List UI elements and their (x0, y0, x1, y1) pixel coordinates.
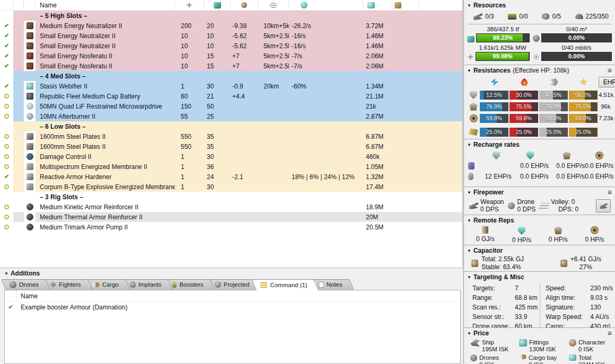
firepower-panel-header[interactable]: ▼ Firepower ≡ (467, 188, 613, 197)
fit-row[interactable]: ✔Small Energy Nosferatu II1015+75km+2.5k… (0, 51, 462, 61)
module-state-online-icon[interactable] (4, 134, 9, 139)
tab-boosters[interactable]: Boosters (168, 279, 215, 290)
module-state-online-icon[interactable] (4, 114, 9, 119)
fit-row[interactable]: Multispectrum Energized Membrane II1361.… (0, 162, 462, 172)
fit-row[interactable]: Medium Trimark Armor Pump II20.5M (0, 222, 462, 232)
targeting-stat-label: Range: (472, 293, 515, 303)
module-state-online-icon[interactable] (4, 154, 9, 159)
module-state-active-icon[interactable]: ✔ (4, 83, 9, 89)
menu-icon[interactable]: ≡ (608, 190, 612, 195)
tab-drones[interactable]: Drones (5, 279, 50, 290)
hardpoint-value: 0/5 (552, 13, 561, 20)
resist-bar: 25.0% (509, 128, 538, 137)
fit-row[interactable]: Damage Control II130460k (0, 152, 462, 162)
weapon-toggle-button[interactable] (596, 199, 611, 212)
fitting-tool-window: Name – 5 High Slots –✔Medium Energy Neut… (0, 0, 615, 364)
module-state-active-icon[interactable]: ✔ (4, 23, 9, 29)
additions-name-column-header[interactable]: Name (16, 292, 38, 300)
fit-row[interactable]: ✔Reactive Armor Hardener124-2.118% | 6% … (0, 172, 462, 182)
module-range (258, 91, 289, 101)
capacitor-panel-header[interactable]: ▼Capacitor (467, 246, 613, 255)
targeting-panel-header[interactable]: ▼Targeting & Misc (467, 273, 613, 281)
fit-row[interactable]: ✔Stasis Webifier II130-0.920km-60%1.34M (0, 81, 462, 91)
module-state-online-icon[interactable] (4, 215, 9, 219)
resistances-panel: ▼ Resistances (Effective HP: 108k) ≡ EHP… (464, 65, 615, 139)
module-state-active-icon[interactable]: ✔ (4, 53, 9, 59)
fit-row[interactable]: Corpum B-Type Explosive Energized Membra… (0, 182, 462, 192)
module-state-active-icon[interactable]: ✔ (4, 174, 9, 180)
fit-row[interactable]: 10MN Afterburner II55252.87M (0, 111, 462, 121)
module-state-active-icon[interactable]: ✔ (4, 63, 9, 69)
remote-rep-stat: 0 GJ/s (467, 226, 504, 244)
fit-row[interactable]: Medium Thermal Armor Reinforcer II20M (0, 212, 462, 222)
module-state-online-icon[interactable] (4, 184, 9, 189)
capacitor-recharge-group: +6.41 GJ/s27% (560, 255, 601, 271)
fit-row[interactable]: 1600mm Steel Plates II550356.87M (0, 141, 462, 152)
tab-command-1[interactable]: Command (1) (256, 279, 319, 290)
module-range (258, 101, 289, 111)
resist-value: 25.0% (509, 128, 538, 137)
module-effect (289, 91, 363, 101)
ehp-button[interactable]: EHP (599, 77, 615, 87)
module-state-active-icon[interactable]: ✔ (4, 43, 9, 49)
module-cap-use (231, 141, 258, 152)
module-price: 1.46M (363, 31, 392, 41)
ammo-column-header[interactable] (392, 0, 419, 10)
module-state-online-icon[interactable] (4, 164, 9, 169)
rig-icon (27, 214, 33, 220)
tab-notes[interactable]: Notes (314, 279, 354, 290)
collapse-triangle-icon: ▼ (467, 190, 471, 195)
resistances-panel-header[interactable]: ▼ Resistances (Effective HP: 108k) ≡ (467, 66, 613, 75)
cargo-bay-icon (519, 354, 526, 359)
cap-column-header[interactable] (231, 0, 258, 10)
fit-row[interactable]: ✔Small Energy Neutralizer II1010-5.625km… (0, 41, 462, 51)
effect-column-header[interactable] (289, 0, 363, 10)
hull-icon (470, 114, 478, 122)
module-price: 1.05M (363, 162, 392, 172)
fit-row[interactable]: ✔Small Energy Neutralizer II1010-5.625km… (0, 31, 462, 41)
afterburner-icon (27, 113, 33, 120)
range-column-header[interactable] (258, 0, 289, 10)
module-state-online-icon[interactable] (4, 144, 9, 149)
fit-row[interactable]: Republic Fleet Medium Cap Battery6021+4.… (0, 91, 462, 101)
module-cap-use (231, 162, 258, 172)
resist-bar: 59.8% (569, 114, 598, 123)
recharge-panel-header[interactable]: ▼Recharge rates (467, 140, 613, 149)
module-name: Small Energy Neutralizer II (36, 31, 175, 41)
module-state-online-icon[interactable] (4, 205, 9, 209)
price-column-header[interactable] (363, 0, 392, 10)
price-panel-header[interactable]: ▼ Price ≡ (467, 329, 613, 338)
module-state-online-icon[interactable] (4, 104, 9, 109)
name-column-header[interactable]: Name (36, 0, 175, 10)
module-state-active-icon[interactable]: ✔ (4, 33, 9, 39)
pg-column-header[interactable] (175, 0, 204, 10)
tab-label: Fighters (59, 281, 81, 288)
fit-row[interactable]: 1600mm Steel Plates II550356.87M (0, 131, 462, 141)
tab-cargo[interactable]: Cargo (88, 279, 130, 290)
additions-panel: Name ✔Example booster Armour (Damnation) (4, 290, 461, 364)
fit-row[interactable]: 50MN Quad LiF Restrained Microwarpdrive1… (0, 101, 462, 111)
fit-row[interactable]: Medium Kinetic Armor Reinforcer II18.9M (0, 202, 462, 212)
drone-bandwidth-icon (533, 54, 540, 60)
booster-row[interactable]: ✔Example booster Armour (Damnation) (5, 302, 460, 312)
fitting-table-body: – 5 High Slots –✔Medium Energy Neutraliz… (0, 11, 462, 232)
module-state-active-icon[interactable]: ✔ (8, 304, 13, 310)
menu-icon[interactable]: ≡ (608, 331, 612, 336)
targeting-stat-label: Sensor str.: (472, 312, 515, 322)
targeting-stats: Targets:7Range:68.8 kmScan res.:425 mmSe… (467, 281, 613, 327)
armor-icon (470, 103, 478, 111)
module-state-online-icon[interactable] (4, 94, 9, 99)
fit-row[interactable]: ✔Small Energy Nosferatu II1015+75km+2.5k… (0, 61, 462, 71)
recharge-grid: 0.0 EHP/s0.0 EHP/s0.0 EHP/s12 EHP/s0.0 E… (467, 149, 613, 182)
remote-reps-panel-header[interactable]: ▼Remote Reps (467, 216, 613, 225)
additions-header[interactable]: ▼Additions (4, 270, 40, 277)
resources-panel-header[interactable]: ▼Resources (467, 1, 613, 10)
notes-icon (319, 282, 324, 288)
menu-icon[interactable]: ≡ (608, 68, 612, 73)
fit-row[interactable]: ✔Medium Energy Neutralizer II20020-9.381… (0, 21, 462, 31)
module-state-online-icon[interactable] (4, 225, 9, 229)
tab-fighters[interactable]: Fighters (46, 279, 93, 290)
module-price: 6.87M (363, 131, 392, 141)
tab-implants[interactable]: Implants (126, 279, 173, 290)
cpu-column-header[interactable] (204, 0, 231, 10)
